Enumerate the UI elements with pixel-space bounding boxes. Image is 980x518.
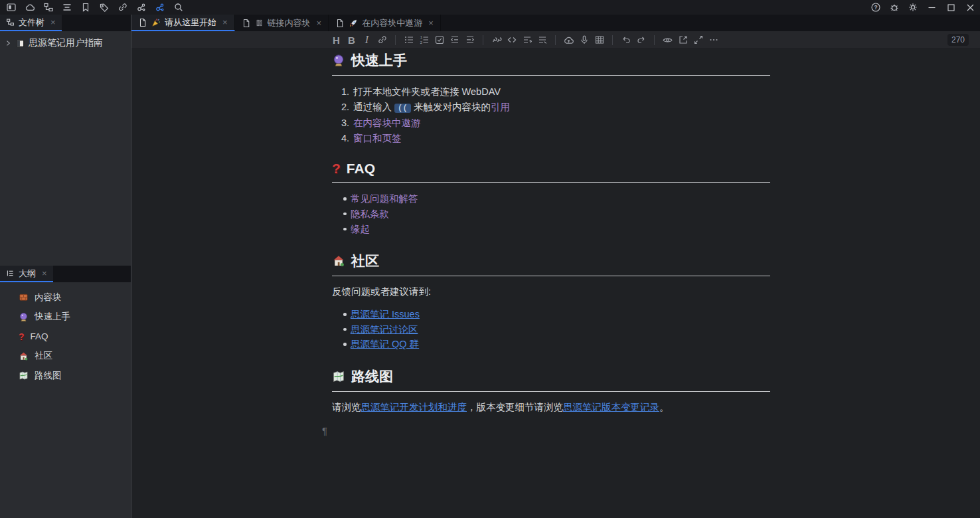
close-icon[interactable]: ×: [222, 17, 228, 27]
house-emoji: [332, 254, 345, 268]
flowchart-icon[interactable]: [39, 0, 58, 15]
search-icon[interactable]: [169, 0, 188, 15]
quote-button[interactable]: [489, 33, 503, 47]
cloud-upload-button[interactable]: [562, 33, 576, 47]
workspace-icon[interactable]: [2, 0, 21, 15]
editor-tabbar: 请从这里开始 × 链接内容块 ×: [131, 15, 980, 31]
tab-link-content-block[interactable]: 链接内容块 ×: [235, 15, 329, 31]
block-ref-link[interactable]: 引用: [491, 102, 510, 112]
block-ref-link[interactable]: 窗口和页签: [353, 131, 402, 146]
external-link[interactable]: 思源笔记开发计划和进度: [361, 402, 467, 412]
inline-code-button[interactable]: [505, 33, 519, 47]
heading-button[interactable]: H: [329, 33, 343, 47]
list-item[interactable]: 隐私条款: [332, 207, 770, 222]
close-icon[interactable]: ×: [42, 268, 47, 278]
undo-button[interactable]: [619, 33, 633, 47]
list-item[interactable]: 3. 在内容块中遨游: [332, 116, 770, 131]
settings-icon[interactable]: [904, 0, 922, 15]
italic-button[interactable]: I: [360, 33, 374, 47]
heading-roadmap[interactable]: 路线图: [332, 366, 770, 392]
close-icon[interactable]: ×: [428, 18, 434, 28]
block-ref-link[interactable]: 常见问题和解答: [351, 193, 418, 204]
toolbar-separator: [654, 35, 655, 45]
editor-surface[interactable]: 快速上手 1. 打开本地文件夹或者连接 WebDAV 2. 通过输入((来触发对…: [131, 49, 980, 518]
chevron-right-icon[interactable]: [4, 39, 12, 47]
outdent-button[interactable]: [448, 33, 461, 47]
external-link[interactable]: 思源笔记 Issues: [351, 309, 420, 319]
send-block-button[interactable]: [520, 33, 534, 47]
outline-item-roadmap[interactable]: 路线图: [0, 366, 131, 386]
list-item[interactable]: 思源笔记 QQ 群: [332, 337, 770, 352]
list-item[interactable]: 1. 打开本地文件夹或者连接 WebDAV: [332, 84, 770, 100]
tree-item-user-guide[interactable]: 思源笔记用户指南: [0, 31, 131, 53]
link-icon[interactable]: [114, 0, 132, 15]
paragraph-text: ，版本变更细节请浏览: [467, 402, 563, 412]
record-audio-button[interactable]: [577, 33, 591, 47]
paragraph-mark[interactable]: ¶: [322, 425, 770, 436]
table-button[interactable]: [592, 33, 606, 47]
close-icon[interactable]: ×: [50, 17, 56, 27]
block-ref-link[interactable]: 隐私条款: [351, 209, 389, 219]
link-button[interactable]: [375, 33, 389, 47]
preview-button[interactable]: [661, 33, 675, 47]
external-link[interactable]: 思源笔记版本变更记录: [563, 402, 659, 412]
bookmark-icon[interactable]: [76, 0, 95, 15]
sidebar: 文件树 × 思源笔记用户指南: [0, 15, 131, 518]
question-mark-emoji: ?: [332, 161, 341, 177]
ordered-list-button[interactable]: 12: [417, 33, 431, 47]
editor-toolbar: H B I 12: [131, 31, 980, 49]
bold-button[interactable]: B: [345, 33, 359, 47]
outline-icon: [6, 269, 15, 278]
task-list-button[interactable]: [432, 33, 446, 47]
maximize-button[interactable]: [941, 0, 961, 15]
list-item[interactable]: 思源笔记 Issues: [332, 307, 770, 322]
more-icon[interactable]: [706, 33, 720, 47]
svg-text:1: 1: [420, 35, 422, 39]
tab-outline[interactable]: 大纲 ×: [0, 266, 53, 282]
heading-text: FAQ: [347, 161, 375, 177]
fullscreen-button[interactable]: [691, 33, 705, 47]
graph-icon[interactable]: [132, 0, 151, 15]
align-center-icon[interactable]: [58, 0, 76, 15]
community-intro[interactable]: 反馈问题或者建议请到:: [332, 286, 770, 298]
list-item[interactable]: 思源笔记讨论区: [332, 322, 770, 337]
outline-item-label: 快速上手: [35, 311, 70, 323]
indent-button[interactable]: [463, 33, 477, 47]
tab-start-here[interactable]: 请从这里开始 ×: [131, 15, 235, 31]
cloud-sync-icon[interactable]: [21, 0, 39, 15]
outline-item-quickstart[interactable]: 快速上手: [0, 307, 131, 327]
tag-icon[interactable]: [95, 0, 114, 15]
block-ref-link[interactable]: 在内容块中遨游: [353, 116, 421, 131]
clear-format-button[interactable]: [535, 33, 549, 47]
help-icon[interactable]: ?: [866, 0, 885, 15]
graph-icon-active[interactable]: [151, 0, 169, 15]
list-item[interactable]: 2. 通过输入((来触发对内容块的引用: [332, 100, 770, 116]
minimize-button[interactable]: [922, 0, 941, 15]
tab-filetree[interactable]: 文件树 ×: [0, 15, 62, 31]
redo-button[interactable]: [634, 33, 648, 47]
close-icon[interactable]: ×: [317, 18, 322, 28]
close-button[interactable]: [961, 0, 980, 15]
block-ref-link[interactable]: 缘起: [351, 224, 370, 234]
heading-quickstart[interactable]: 快速上手: [332, 50, 770, 76]
external-link[interactable]: 思源笔记讨论区: [351, 324, 418, 335]
faq-list: 常见问题和解答 隐私条款 缘起: [332, 191, 770, 236]
heading-faq[interactable]: ? FAQ: [332, 159, 770, 183]
heading-community[interactable]: 社区: [332, 250, 770, 276]
roadmap-paragraph[interactable]: 请浏览思源笔记开发计划和进度，版本变更细节请浏览思源笔记版本变更记录。: [332, 401, 770, 414]
outline-item-content-block[interactable]: 内容块: [0, 288, 131, 307]
notebook-icon: [15, 39, 25, 48]
bug-report-icon[interactable]: [885, 0, 904, 15]
tab-roam-content-blocks[interactable]: 在内容块中遨游 ×: [329, 15, 441, 31]
filetree-panel: 文件树 × 思源笔记用户指南: [0, 15, 131, 266]
unordered-list-button[interactable]: [402, 33, 416, 47]
list-item[interactable]: 缘起: [332, 222, 770, 237]
outline-tab-label: 大纲: [19, 268, 36, 280]
open-window-button[interactable]: [676, 33, 690, 47]
external-link[interactable]: 思源笔记 QQ 群: [351, 339, 419, 349]
outline-item-faq[interactable]: ? FAQ: [0, 327, 131, 347]
outline-item-community[interactable]: 社区: [0, 347, 131, 367]
list-item[interactable]: 常见问题和解答: [332, 191, 770, 207]
list-item[interactable]: 4. 窗口和页签: [332, 131, 770, 146]
outline-item-label: 路线图: [35, 370, 62, 382]
